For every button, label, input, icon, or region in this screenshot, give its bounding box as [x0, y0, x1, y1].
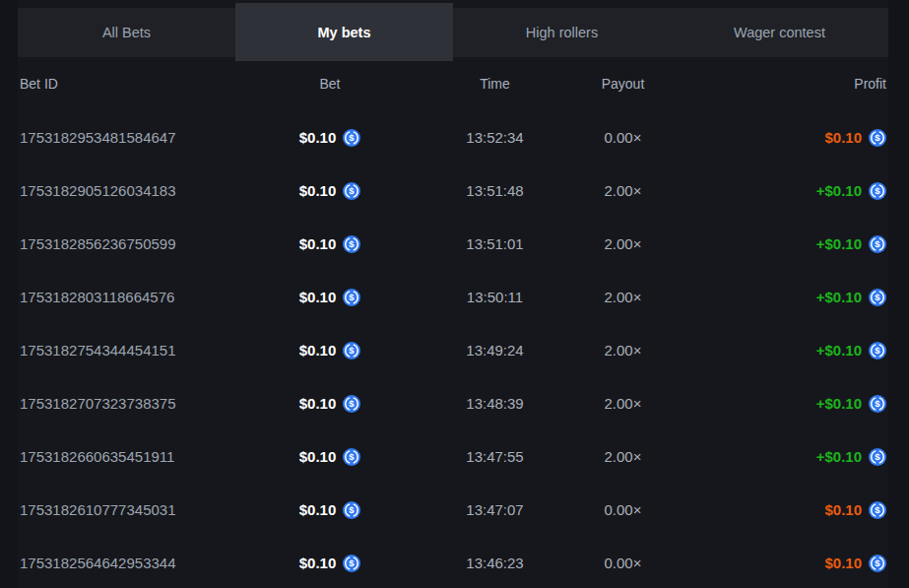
bet-id: 1753182803118664576	[20, 289, 251, 305]
bet-time: 13:48:39	[409, 395, 581, 412]
bet-profit: $0.10 $	[665, 499, 886, 518]
bets-panel: All Bets My bets High rollers Wager cont…	[18, 0, 888, 588]
tab-label: All Bets	[102, 25, 151, 40]
bet-time: 13:47:55	[409, 448, 581, 465]
bet-row[interactable]: 1753182610777345031 $0.10 $ 13:47:07 0.0…	[20, 483, 886, 536]
bet-profit: +$0.10 $	[665, 393, 886, 412]
column-header-payout: Payout	[581, 76, 665, 92]
usdc-coin-icon: $	[343, 289, 360, 306]
usdc-coin-icon: $	[343, 501, 360, 519]
bet-amount: $0.10 $	[251, 287, 409, 305]
svg-text:$: $	[875, 132, 880, 143]
usdc-coin-icon: $	[869, 182, 886, 200]
bets-tab-bar: All Bets My bets High rollers Wager cont…	[18, 8, 888, 57]
bet-payout: 0.00×	[581, 555, 665, 571]
bet-amount: $0.10 $	[251, 499, 409, 518]
bet-id: 1753182905126034183	[20, 182, 251, 199]
svg-text:$: $	[875, 238, 880, 249]
bet-profit: +$0.10 $	[665, 233, 886, 252]
bet-time: 13:51:48	[409, 182, 581, 199]
tab-label: High rollers	[526, 25, 598, 40]
svg-text:$: $	[875, 345, 880, 356]
tab-my-bets[interactable]: My bets	[235, 3, 453, 61]
bet-row[interactable]: 1753182707323738375 $0.10 $ 13:48:39 2.0…	[20, 376, 886, 429]
bet-payout: 2.00×	[581, 235, 665, 252]
tab-label: My bets	[318, 25, 371, 40]
bet-profit: $0.10 $	[665, 127, 886, 146]
tab-all-bets[interactable]: All Bets	[18, 8, 235, 57]
bet-payout: 0.00×	[581, 129, 665, 146]
column-header-bet-id: Bet ID	[20, 76, 251, 92]
bet-id: 1753182610777345031	[20, 501, 251, 518]
svg-text:$: $	[350, 451, 356, 462]
bet-profit: +$0.10 $	[665, 340, 886, 359]
bet-id: 1753182856236750599	[20, 235, 251, 252]
bet-row[interactable]: 1753182856236750599 $0.10 $ 13:51:01 2.0…	[20, 217, 886, 270]
bet-amount: $0.10 $	[251, 553, 409, 571]
svg-text:$: $	[875, 504, 880, 515]
bet-id: 1753182754344454151	[20, 342, 251, 359]
bet-amount: $0.10 $	[251, 393, 409, 412]
usdc-coin-icon: $	[343, 448, 360, 466]
svg-text:$: $	[350, 132, 356, 143]
bet-time: 13:52:34	[409, 129, 581, 146]
bet-time: 13:47:07	[409, 501, 581, 518]
table-header-row: Bet ID Bet Time Payout Profit	[20, 57, 886, 110]
usdc-coin-icon: $	[869, 129, 886, 147]
tab-high-rollers[interactable]: High rollers	[453, 8, 671, 57]
svg-text:$: $	[875, 451, 880, 462]
bet-time: 13:49:24	[409, 342, 581, 359]
bet-amount: $0.10 $	[251, 127, 409, 146]
usdc-coin-icon: $	[343, 182, 360, 200]
svg-text:$: $	[350, 185, 356, 196]
bet-payout: 2.00×	[581, 182, 665, 199]
svg-text:$: $	[875, 557, 880, 568]
usdc-coin-icon: $	[343, 555, 360, 572]
bet-payout: 2.00×	[581, 395, 665, 412]
bet-time: 13:46:23	[409, 555, 581, 571]
svg-text:$: $	[350, 345, 356, 356]
svg-text:$: $	[350, 238, 356, 249]
bet-row[interactable]: 1753182803118664576 $0.10 $ 13:50:11 2.0…	[20, 270, 886, 323]
bet-row[interactable]: 1753182564642953344 $0.10 $ 13:46:23 0.0…	[20, 536, 886, 588]
bet-amount: $0.10 $	[251, 180, 409, 199]
svg-text:$: $	[350, 504, 356, 515]
column-header-bet: Bet	[251, 76, 409, 92]
usdc-coin-icon: $	[869, 289, 886, 306]
usdc-coin-icon: $	[343, 395, 360, 413]
bet-payout: 2.00×	[581, 342, 665, 359]
tab-label: Wager contest	[734, 25, 825, 40]
bet-row[interactable]: 1753182754344454151 $0.10 $ 13:49:24 2.0…	[20, 323, 886, 376]
svg-text:$: $	[350, 557, 356, 568]
bet-row[interactable]: 1753182660635451911 $0.10 $ 13:47:55 2.0…	[20, 429, 886, 483]
usdc-coin-icon: $	[869, 395, 886, 413]
usdc-coin-icon: $	[869, 448, 886, 466]
bet-row[interactable]: 1753182905126034183 $0.10 $ 13:51:48 2.0…	[20, 163, 886, 217]
usdc-coin-icon: $	[343, 129, 360, 147]
svg-text:$: $	[875, 185, 880, 196]
bet-row[interactable]: 1753182953481584647 $0.10 $ 13:52:34 0.0…	[20, 110, 886, 163]
bet-profit: +$0.10 $	[665, 180, 886, 199]
bet-profit: +$0.10 $	[665, 446, 886, 465]
svg-text:$: $	[350, 398, 356, 409]
bets-table: Bet ID Bet Time Payout Profit 1753182953…	[18, 57, 888, 588]
bet-profit: +$0.10 $	[665, 287, 886, 305]
usdc-coin-icon: $	[869, 342, 886, 359]
svg-text:$: $	[875, 292, 880, 302]
svg-text:$: $	[350, 292, 356, 302]
column-header-profit: Profit	[665, 76, 886, 92]
bet-amount: $0.10 $	[251, 233, 409, 252]
usdc-coin-icon: $	[869, 235, 886, 253]
bet-amount: $0.10 $	[251, 340, 409, 359]
usdc-coin-icon: $	[343, 235, 360, 253]
svg-text:$: $	[875, 398, 880, 409]
bet-time: 13:50:11	[409, 289, 581, 305]
tab-wager-contest[interactable]: Wager contest	[671, 8, 888, 57]
bet-payout: 2.00×	[581, 448, 665, 465]
usdc-coin-icon: $	[869, 501, 886, 519]
bet-payout: 0.00×	[581, 501, 665, 518]
bet-id: 1753182953481584647	[20, 129, 251, 146]
usdc-coin-icon: $	[343, 342, 360, 359]
bet-id: 1753182660635451911	[20, 448, 251, 465]
bet-id: 1753182707323738375	[20, 395, 251, 412]
